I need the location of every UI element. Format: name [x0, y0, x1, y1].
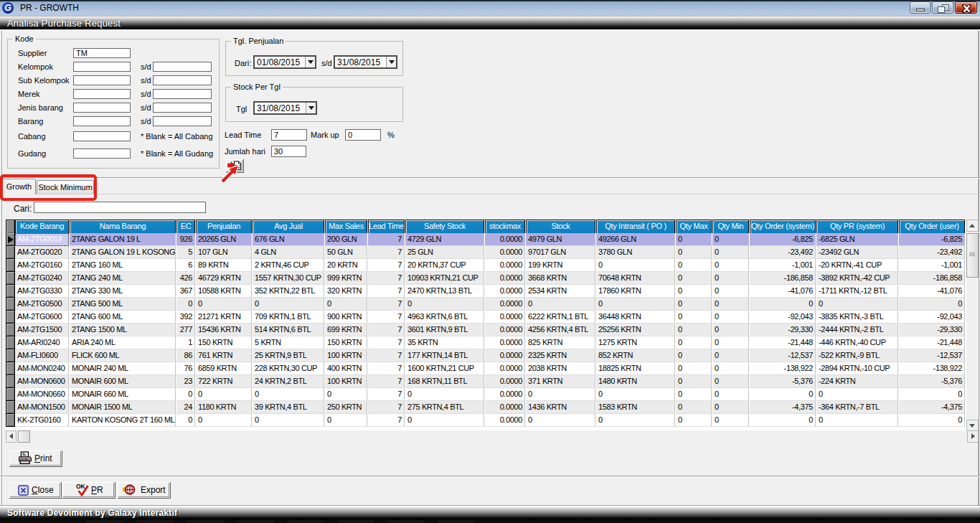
svg-text:OK: OK [76, 483, 86, 490]
